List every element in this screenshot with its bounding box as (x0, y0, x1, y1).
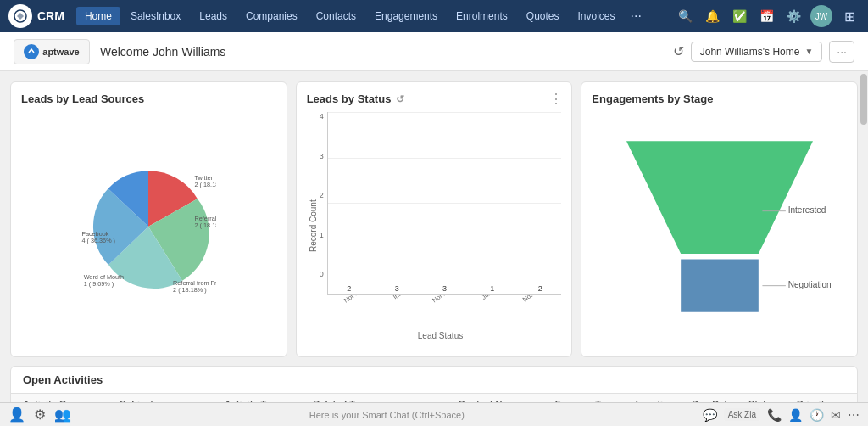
refresh-button[interactable]: ↺ (673, 43, 684, 59)
grid-icon[interactable]: ⊞ (839, 6, 860, 26)
leads-by-status-title: Leads by Status ↺ (307, 92, 562, 105)
leads-status-refresh-icon[interactable]: ↺ (396, 93, 404, 105)
pie-chart-container: Twitter 2 ( 18.18% ) Referral from Clien… (21, 112, 276, 340)
chat-icon-bottom[interactable]: 💬 (703, 408, 717, 422)
y-axis: 4 3 2 1 0 (320, 112, 327, 295)
negotiation-funnel-segment (681, 259, 759, 311)
person-icon-bottom[interactable]: 👤 (8, 406, 25, 423)
calendar-check-icon[interactable]: ✅ (729, 6, 749, 26)
calendar-icon[interactable]: 📅 (756, 6, 776, 26)
home-selector-dropdown[interactable]: John Williams's Home ▼ (691, 42, 823, 62)
nav-quotes[interactable]: Quotes (518, 7, 568, 25)
nav-home[interactable]: Home (76, 7, 120, 25)
bottom-right-icons: 💬 Ask Zia 📞 👤 🕐 ✉ ⋯ (703, 408, 860, 422)
grid-lines (328, 112, 562, 294)
x-axis-title: Lead Status (320, 331, 562, 340)
nav-contacts[interactable]: Contacts (308, 7, 364, 25)
bar-chart-with-axes: Record Count 4 3 2 1 0 (307, 112, 562, 340)
nav-menu: Home SalesInbox Leads Companies Contacts… (76, 5, 671, 27)
bar-chart-container: Record Count 4 3 2 1 0 (307, 112, 562, 340)
interested-funnel-segment (626, 141, 813, 254)
search-icon[interactable]: 🔍 (675, 6, 695, 26)
aptwave-brand-text: aptwave (42, 47, 79, 57)
interested-funnel-label: Interested (787, 205, 826, 215)
nav-invoices[interactable]: Invoices (570, 7, 624, 25)
gear-icon[interactable]: ⚙️ (783, 6, 804, 26)
bar-not-contacted: 2 (328, 284, 370, 294)
bar-labels-row: Not Contacted Interested Not Interested … (320, 295, 562, 329)
clock-icon-bottom[interactable]: 🕐 (810, 408, 824, 422)
pie-chart-svg: Twitter 2 ( 18.18% ) Referral from Clien… (81, 159, 216, 294)
nav-enrolments[interactable]: Enrolments (448, 7, 516, 25)
nav-right-actions: 🔍 🔔 ✅ 📅 ⚙️ JW ⊞ (675, 5, 860, 27)
person-icon2-bottom[interactable]: 👤 (788, 408, 803, 422)
y-axis-title: Record Count (307, 112, 320, 340)
bar-not-qualified: 2 (519, 284, 561, 294)
facebook-value: 4 ( 36.36% ) (82, 236, 116, 244)
bar-interested: 3 (376, 284, 418, 294)
sub-header-more-button[interactable]: ··· (829, 41, 854, 63)
main-content: Leads by Lead Sources (0, 71, 868, 426)
bar-chart-area: 4 3 2 1 0 (320, 112, 562, 340)
home-selector-label: John Williams's Home (700, 46, 800, 58)
leads-status-menu-icon[interactable]: ⋮ (549, 91, 563, 107)
referral-friend-value: 2 ( 18.18% ) (173, 286, 207, 294)
settings-icon-bottom[interactable]: ⚙ (34, 406, 46, 423)
negotiation-funnel-label: Negotiation (787, 280, 831, 289)
top-nav: CRM Home SalesInbox Leads Companies Cont… (0, 0, 868, 32)
bar-junk-lead: 1 (471, 284, 514, 294)
more-icon-bottom[interactable]: ⋯ (848, 408, 860, 422)
aptwave-logo: aptwave (14, 39, 90, 64)
funnel-chart-svg: Interested Negotiation (601, 133, 838, 320)
bottom-left-icons: 👤 ⚙ 👥 (8, 406, 71, 423)
ask-zia-label[interactable]: Ask Zia (724, 408, 760, 421)
referral-client-value: 2 ( 18.18% ) (195, 221, 216, 228)
engagements-title: Engagements by Stage (592, 92, 847, 105)
scrollbar-thumb[interactable] (860, 74, 867, 125)
nav-more-button[interactable]: ··· (626, 5, 647, 27)
users-icon-bottom[interactable]: 👥 (54, 406, 71, 423)
engagements-by-stage-card: Engagements by Stage Interested Negotiat… (581, 81, 858, 357)
chevron-down-icon: ▼ (804, 47, 813, 56)
bar-chart-bars: 2 3 3 (327, 112, 562, 295)
sub-header: aptwave Welcome John Williams ↺ John Wil… (0, 32, 868, 71)
nav-companies[interactable]: Companies (237, 7, 306, 25)
x-label-not-qualified: Not Qualified (519, 295, 561, 323)
leads-by-status-card: Leads by Status ↺ ⋮ Record Count 4 3 2 1 (296, 81, 573, 357)
welcome-message: Welcome John Williams (100, 45, 225, 59)
nav-engagements[interactable]: Engagements (366, 7, 446, 25)
bar-not-interested: 3 (423, 284, 465, 294)
nav-leads[interactable]: Leads (191, 7, 236, 25)
bottom-bar: 👤 ⚙ 👥 Here is your Smart Chat (Ctrl+Spac… (0, 402, 868, 426)
phone-icon-bottom[interactable]: 📞 (767, 408, 782, 422)
word-mouth-value: 1 ( 9.09% ) (84, 279, 114, 287)
twitter-value: 2 ( 18.18% ) (195, 181, 216, 188)
nav-brand-text: CRM (37, 9, 64, 23)
leads-by-source-card: Leads by Lead Sources (10, 81, 287, 357)
nav-logo: CRM (8, 4, 64, 28)
crm-logo-icon (8, 4, 32, 28)
leads-by-source-title: Leads by Lead Sources (21, 92, 276, 105)
dashboard-cards-row: Leads by Lead Sources (10, 81, 858, 357)
smart-chat-label: Here is your Smart Chat (Ctrl+Space) (80, 410, 694, 420)
bell-icon[interactable]: 🔔 (702, 6, 722, 26)
sub-header-left: aptwave Welcome John Williams (14, 39, 225, 64)
email-icon-bottom[interactable]: ✉ (831, 408, 841, 422)
nav-salesinbox[interactable]: SalesInbox (122, 7, 189, 25)
open-activities-title: Open Activities (11, 367, 857, 394)
funnel-chart-container: Interested Negotiation (592, 112, 847, 340)
user-avatar[interactable]: JW (810, 5, 832, 27)
sub-header-right: ↺ John Williams's Home ▼ ··· (673, 41, 854, 63)
aptwave-logo-icon (24, 44, 39, 59)
scrollbar-area[interactable] (860, 71, 868, 402)
